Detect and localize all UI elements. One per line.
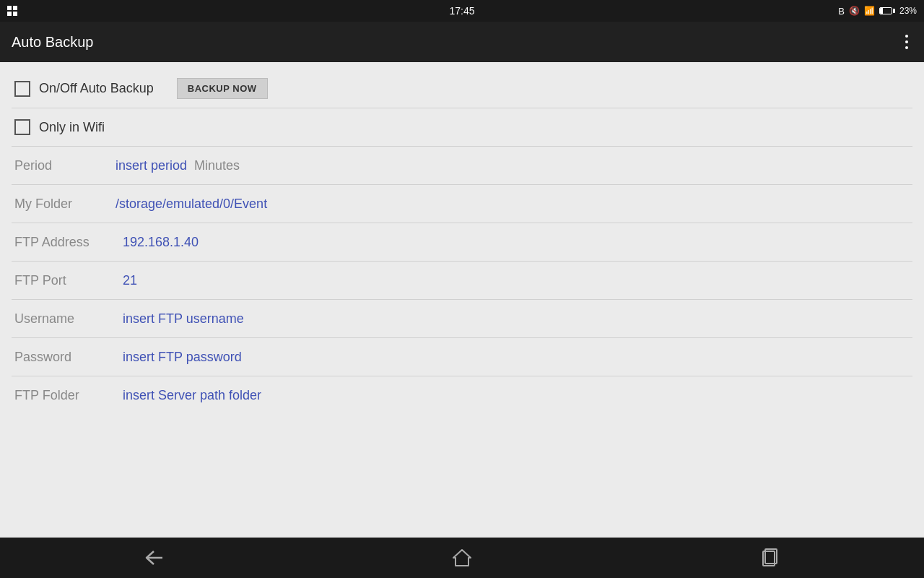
period-row: Period insert period Minutes (12, 148, 912, 183)
overflow-dot (905, 40, 908, 43)
status-time: 17:45 (449, 5, 474, 17)
divider-8 (12, 376, 912, 376)
overflow-dot (905, 46, 908, 49)
period-value[interactable]: insert period (116, 158, 187, 173)
ftp-address-value[interactable]: 192.168.1.40 (123, 235, 199, 250)
username-row: Username insert FTP username (12, 301, 912, 336)
status-icons-right: B 🔇 📶 23% (838, 6, 917, 17)
ftp-port-row: FTP Port 21 (12, 263, 912, 298)
only-in-wifi-row: Only in Wifi (12, 110, 912, 144)
auto-backup-label: On/Off Auto Backup (39, 81, 154, 96)
back-icon (144, 550, 164, 566)
password-label: Password (14, 350, 116, 365)
app-title: Auto Backup (12, 34, 93, 51)
status-bar: 17:45 B 🔇 📶 23% (0, 0, 924, 22)
ftp-port-value[interactable]: 21 (123, 273, 137, 288)
svg-marker-1 (453, 550, 471, 566)
my-folder-label: My Folder (14, 197, 116, 212)
ftp-folder-label: FTP Folder (14, 388, 116, 403)
battery-percent: 23% (899, 6, 917, 16)
overflow-menu-button[interactable] (901, 30, 912, 53)
status-icons-left (7, 6, 17, 16)
wifi-icon: 📶 (864, 6, 875, 16)
auto-backup-row: On/Off Auto Backup BACKUP NOW (12, 71, 912, 106)
password-row: Password insert FTP password (12, 340, 912, 374)
ftp-folder-value[interactable]: insert Server path folder (123, 388, 261, 403)
home-button[interactable] (440, 543, 484, 572)
only-in-wifi-checkbox[interactable] (14, 119, 30, 135)
only-in-wifi-label: Only in Wifi (39, 120, 105, 135)
divider-7 (12, 337, 912, 338)
period-label: Period (14, 158, 116, 173)
recents-icon (762, 548, 779, 567)
divider-6 (12, 299, 912, 300)
period-suffix: Minutes (194, 158, 295, 173)
app-bar: Auto Backup (0, 22, 924, 62)
backup-now-button[interactable]: BACKUP NOW (177, 78, 268, 99)
divider-2 (12, 146, 912, 147)
overflow-dot (905, 35, 908, 38)
password-value[interactable]: insert FTP password (123, 350, 242, 365)
auto-backup-checkbox[interactable] (14, 81, 30, 97)
bluetooth-icon: B (838, 6, 845, 17)
ftp-address-label: FTP Address (14, 235, 116, 250)
divider-5 (12, 261, 912, 262)
my-folder-row: My Folder /storage/emulated/0/Event (12, 186, 912, 221)
mute-icon: 🔇 (849, 6, 860, 16)
divider-3 (12, 184, 912, 185)
divider-1 (12, 108, 912, 108)
settings-content: On/Off Auto Backup BACKUP NOW Only in Wi… (0, 62, 924, 538)
battery-icon (879, 7, 895, 14)
ftp-folder-row: FTP Folder insert Server path folder (12, 378, 912, 413)
notification-icon (7, 6, 17, 16)
navigation-bar (0, 538, 924, 578)
ftp-port-label: FTP Port (14, 273, 116, 288)
username-label: Username (14, 311, 116, 327)
recents-button[interactable] (749, 543, 792, 572)
ftp-address-row: FTP Address 192.168.1.40 (12, 225, 912, 259)
my-folder-value[interactable]: /storage/emulated/0/Event (116, 197, 267, 212)
divider-4 (12, 223, 912, 223)
home-icon (453, 548, 471, 567)
username-value[interactable]: insert FTP username (123, 311, 244, 327)
back-button[interactable] (132, 543, 175, 572)
